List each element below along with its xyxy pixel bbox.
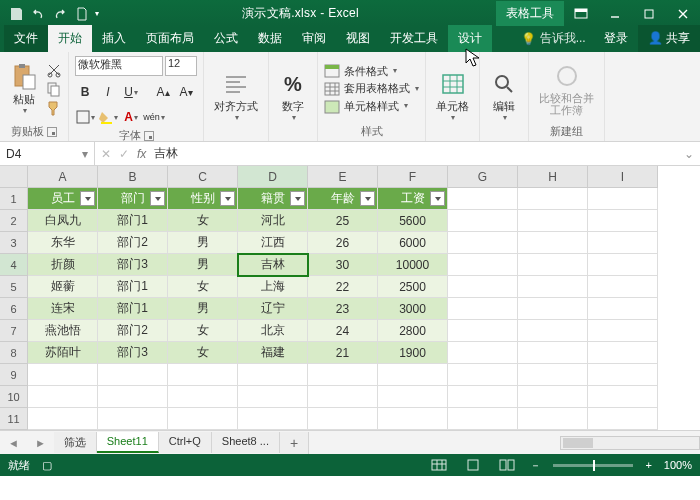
filter-dropdown-icon[interactable] [290, 191, 305, 206]
cell[interactable] [238, 386, 308, 408]
column-header[interactable]: B [98, 166, 168, 188]
page-layout-view-icon[interactable] [462, 457, 484, 473]
cell[interactable] [448, 188, 518, 210]
cell[interactable] [238, 364, 308, 386]
cell[interactable] [168, 386, 238, 408]
page-break-view-icon[interactable] [496, 457, 518, 473]
maximize-icon[interactable] [632, 0, 666, 27]
zoom-in-button[interactable]: + [645, 459, 651, 471]
cell[interactable]: 24 [308, 320, 378, 342]
fx-icon[interactable]: fx [137, 147, 146, 161]
fill-color-icon[interactable]: ▾ [98, 108, 118, 126]
tab-layout[interactable]: 页面布局 [136, 25, 204, 52]
cell[interactable] [28, 408, 98, 430]
cell[interactable]: 姬蘅 [28, 276, 98, 298]
row-header[interactable]: 8 [0, 342, 28, 364]
cells-button[interactable]: 单元格▾ [432, 68, 473, 125]
cell[interactable]: 女 [168, 342, 238, 364]
cell[interactable] [518, 232, 588, 254]
name-box[interactable]: D4▾ [0, 142, 95, 165]
cell[interactable]: 部门3 [98, 254, 168, 276]
cell[interactable] [518, 298, 588, 320]
cell[interactable] [588, 276, 658, 298]
zoom-level[interactable]: 100% [664, 459, 692, 471]
sheet-tab[interactable]: Sheet11 [97, 432, 159, 453]
cell[interactable]: 苏陌叶 [28, 342, 98, 364]
filter-dropdown-icon[interactable] [80, 191, 95, 206]
tab-design[interactable]: 设计 [448, 25, 492, 52]
cell[interactable] [588, 298, 658, 320]
column-header[interactable]: D [238, 166, 308, 188]
cell[interactable] [588, 232, 658, 254]
cell[interactable]: 部门1 [98, 276, 168, 298]
row-header[interactable]: 4 [0, 254, 28, 276]
cell[interactable]: 上海 [238, 276, 308, 298]
cell[interactable]: 21 [308, 342, 378, 364]
cell[interactable]: 2500 [378, 276, 448, 298]
cell[interactable] [518, 408, 588, 430]
cell[interactable]: 部门2 [98, 232, 168, 254]
column-header[interactable]: C [168, 166, 238, 188]
expand-formula-icon[interactable]: ⌄ [684, 147, 694, 161]
tab-view[interactable]: 视图 [336, 25, 380, 52]
editing-button[interactable]: 编辑▾ [486, 68, 522, 125]
cell[interactable]: 北京 [238, 320, 308, 342]
cell[interactable] [448, 298, 518, 320]
save-icon[interactable] [6, 4, 26, 24]
tab-data[interactable]: 数据 [248, 25, 292, 52]
cell[interactable] [588, 386, 658, 408]
cell[interactable]: 女 [168, 276, 238, 298]
cell[interactable] [448, 276, 518, 298]
sheet-tab[interactable]: 筛选 [54, 432, 97, 453]
cell[interactable] [168, 408, 238, 430]
cell[interactable]: 年龄 [308, 188, 378, 210]
tab-review[interactable]: 审阅 [292, 25, 336, 52]
cell[interactable] [448, 254, 518, 276]
tab-home[interactable]: 开始 [48, 25, 92, 52]
tab-insert[interactable]: 插入 [92, 25, 136, 52]
horizontal-scrollbar[interactable] [560, 436, 700, 450]
filter-dropdown-icon[interactable] [220, 191, 235, 206]
ribbon-options-icon[interactable] [564, 0, 598, 27]
minimize-icon[interactable] [598, 0, 632, 27]
cell[interactable] [98, 386, 168, 408]
sign-in[interactable]: 登录 [594, 25, 638, 52]
cell[interactable]: 河北 [238, 210, 308, 232]
cell[interactable] [448, 210, 518, 232]
cell[interactable] [518, 210, 588, 232]
cell[interactable]: 部门3 [98, 342, 168, 364]
cell[interactable]: 女 [168, 320, 238, 342]
dialog-launcher-icon[interactable] [144, 131, 154, 141]
number-button[interactable]: %数字▾ [275, 68, 311, 125]
cell[interactable] [378, 364, 448, 386]
cell[interactable]: 25 [308, 210, 378, 232]
cell[interactable] [518, 276, 588, 298]
cut-icon[interactable] [46, 62, 62, 78]
filter-dropdown-icon[interactable] [360, 191, 375, 206]
font-color-icon[interactable]: A▾ [121, 108, 141, 126]
cell[interactable]: 东华 [28, 232, 98, 254]
copy-icon[interactable] [46, 81, 62, 97]
redo-icon[interactable] [50, 4, 70, 24]
cell[interactable] [588, 342, 658, 364]
column-header[interactable]: G [448, 166, 518, 188]
table-format-button[interactable]: 套用表格格式▾ [324, 80, 419, 98]
row-header[interactable]: 3 [0, 232, 28, 254]
cell[interactable]: 员工 [28, 188, 98, 210]
cell[interactable]: 部门1 [98, 210, 168, 232]
cell[interactable]: 10000 [378, 254, 448, 276]
cell[interactable]: 6000 [378, 232, 448, 254]
row-header[interactable]: 7 [0, 320, 28, 342]
sheet-nav-prev-icon[interactable]: ◄ [0, 437, 27, 449]
cell[interactable]: 白凤九 [28, 210, 98, 232]
grow-font-icon[interactable]: A▴ [153, 83, 173, 101]
cell[interactable]: 3000 [378, 298, 448, 320]
cell[interactable]: 女 [168, 210, 238, 232]
row-header[interactable]: 10 [0, 386, 28, 408]
cell[interactable] [588, 408, 658, 430]
filter-dropdown-icon[interactable] [150, 191, 165, 206]
cell[interactable]: 22 [308, 276, 378, 298]
cell[interactable] [238, 408, 308, 430]
cell[interactable]: 燕池悟 [28, 320, 98, 342]
cell[interactable]: 工资 [378, 188, 448, 210]
